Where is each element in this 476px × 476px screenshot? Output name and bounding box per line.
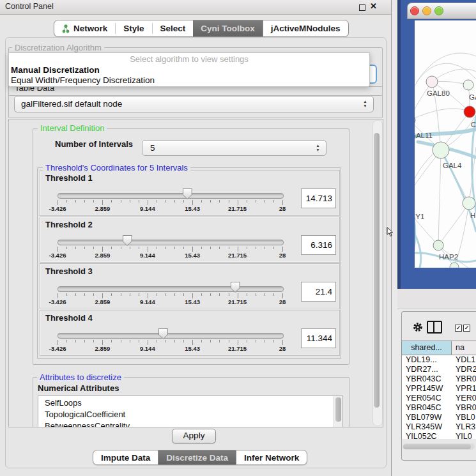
network-node[interactable] <box>433 240 443 250</box>
spinner-arrows-icon[interactable]: ▲▼ <box>315 143 321 152</box>
algorithm-dropdown-popup: Select algorithm to view settings Manual… <box>8 52 370 87</box>
threshold-slider-track[interactable] <box>58 286 284 292</box>
tab-impute-data[interactable]: Impute Data <box>93 450 158 464</box>
bottom-tab-bar: Impute Data Discretize Data Infer Networ… <box>93 450 307 465</box>
node-label: GCY1 <box>415 213 424 220</box>
tick-mark <box>111 340 112 342</box>
table-data-select[interactable]: galFiltered.sif default node ▲▼ <box>14 96 374 112</box>
threshold-slider-track[interactable] <box>58 240 284 245</box>
tab-infer-network[interactable]: Infer Network <box>236 450 307 464</box>
network-node[interactable] <box>415 114 415 126</box>
network-node[interactable] <box>433 142 449 158</box>
column-header-name[interactable]: na <box>451 341 476 355</box>
tick-mark <box>58 247 58 252</box>
attribute-list-item[interactable]: BetweennessCentrality <box>38 420 342 427</box>
tick-label: 28 <box>267 252 298 259</box>
network-edge <box>415 205 438 245</box>
tick-mark <box>111 247 112 249</box>
tick-mark <box>157 247 157 249</box>
tab-style[interactable]: Style <box>116 20 151 36</box>
tab-discretize-data[interactable]: Discretize Data <box>158 450 236 464</box>
tab-label: Network <box>73 24 107 33</box>
tick-mark <box>75 293 76 296</box>
checkbox-checked-icon[interactable]: ✓ <box>463 325 470 332</box>
tick-label: 2.859 <box>87 345 118 352</box>
dropdown-prompt-item[interactable]: Select algorithm to view settings <box>9 53 369 65</box>
tick-mark <box>219 200 220 203</box>
group-title: Threshold's Coordinates for 5 Intervals <box>43 163 190 173</box>
dropdown-option-manual-discretization[interactable]: Manual Discretization <box>9 65 369 75</box>
tick-mark <box>93 247 94 249</box>
tick-mark <box>247 340 247 342</box>
table-row[interactable]: YPR145WYPR1 <box>402 384 476 394</box>
tick-mark <box>192 340 193 345</box>
cell-shared-name: YBR045C <box>406 403 441 413</box>
column-layout-icon[interactable] <box>427 321 442 334</box>
scrollbar-thumb[interactable] <box>374 133 380 408</box>
mac-zoom-button[interactable] <box>434 6 443 15</box>
threshold-value-field[interactable]: 11.344 <box>301 328 336 348</box>
close-icon[interactable]: ✕ <box>370 1 377 11</box>
float-window-icon[interactable] <box>359 4 365 11</box>
tick-mark <box>174 293 175 296</box>
threshold-value-field[interactable]: 21.4 <box>301 282 336 302</box>
table-row[interactable]: YER054CYER0 <box>402 394 476 403</box>
tick-mark <box>273 200 274 203</box>
table-row[interactable]: YDL19...YDL1 <box>402 355 476 365</box>
control-panel-window: Control Panel ✕ Network Style Select Cyn… <box>0 0 392 476</box>
tick-mark <box>84 247 85 249</box>
tab-select[interactable]: Select <box>153 20 194 36</box>
tick-mark <box>157 340 157 342</box>
threshold-value-field[interactable]: 14.713 <box>301 188 336 208</box>
network-edge <box>415 109 470 120</box>
threshold-value-field[interactable]: 6.316 <box>301 235 336 255</box>
scrollbar-thumb[interactable] <box>335 397 341 422</box>
numerical-attributes-label: Numerical Attributes <box>38 383 119 393</box>
threshold-label: Threshold 3 <box>45 266 93 276</box>
number-of-intervals-select[interactable]: 5 ▲▼ <box>142 140 326 156</box>
attribute-list-item[interactable]: TopologicalCoefficient <box>38 409 342 420</box>
numerical-attributes-list[interactable]: SelfLoopsTopologicalCoefficientBetweenne… <box>38 395 343 427</box>
table-row[interactable]: YIL052CYIL0 <box>402 432 476 439</box>
tab-jactivemnodules[interactable]: jActiveMNodules <box>263 20 348 36</box>
tab-cyni-toolbox[interactable]: Cyni Toolbox <box>193 20 263 36</box>
tick-label: 15.43 <box>177 252 208 259</box>
list-scrollbar[interactable] <box>334 396 342 427</box>
tick-label: -3.426 <box>42 345 73 352</box>
network-node[interactable] <box>450 263 459 268</box>
cell-name: YDR2 <box>456 365 476 374</box>
threshold-slider-track[interactable] <box>58 193 284 199</box>
tab-label: Impute Data <box>101 453 150 463</box>
apply-button[interactable]: Apply <box>172 429 216 443</box>
mac-minimize-button[interactable] <box>422 6 431 15</box>
tick-mark <box>229 200 229 203</box>
checkbox-checked-icon[interactable]: ✓ <box>455 325 462 332</box>
tick-mark <box>273 340 274 342</box>
table-row[interactable]: YBL079WYBL0 <box>402 413 476 422</box>
network-node[interactable] <box>463 197 475 210</box>
tick-mark <box>201 200 202 203</box>
table-row[interactable]: YBR043CYBR0 <box>402 374 476 384</box>
tick-mark <box>148 293 148 298</box>
network-node[interactable] <box>464 106 475 118</box>
tick-mark <box>121 293 121 296</box>
network-node[interactable] <box>426 76 438 88</box>
tab-network[interactable]: Network <box>54 20 115 36</box>
network-node[interactable] <box>463 80 473 90</box>
table-row[interactable]: YLR345WYLR3 <box>402 422 476 432</box>
mac-close-button[interactable] <box>410 6 419 15</box>
threshold-label: Threshold 1 <box>45 173 93 183</box>
cell-name: YPR1 <box>456 384 476 394</box>
table-row[interactable]: YDR27...YDR2 <box>402 365 476 374</box>
scrollbar-thumb[interactable] <box>403 444 471 449</box>
settings-gear-icon[interactable] <box>412 321 424 333</box>
attribute-list-item[interactable]: SelfLoops <box>38 397 342 409</box>
spinner-arrows-icon[interactable]: ▲▼ <box>362 99 368 108</box>
network-canvas[interactable]: GAL80GACGAL11GAL4GCY1HHAP2 <box>415 20 476 268</box>
dropdown-option-equal-width-frequency[interactable]: Equal Width/Frequency Discretization <box>9 75 369 86</box>
tick-label: 28 <box>267 205 298 212</box>
tick-mark <box>102 293 103 298</box>
column-header-shared-name[interactable]: shared... <box>401 341 452 355</box>
threshold-slider-track[interactable] <box>58 333 284 339</box>
table-row[interactable]: YBR045CYBR0 <box>402 403 476 413</box>
